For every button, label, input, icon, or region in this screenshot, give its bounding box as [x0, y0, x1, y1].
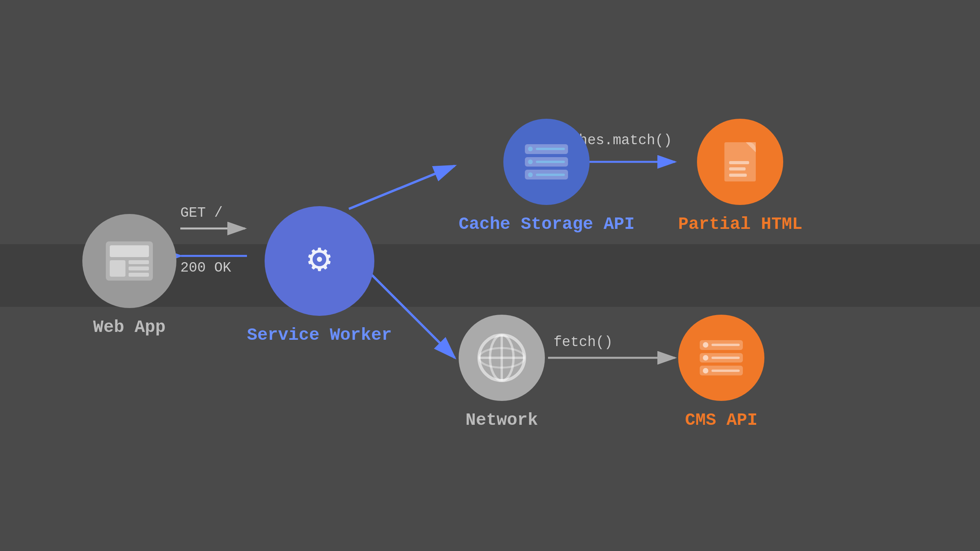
db-line-3: [536, 174, 565, 176]
service-worker-node: ⚙ Service Worker: [247, 206, 392, 345]
cms-db-icon: [700, 340, 743, 375]
db-row-3: [525, 170, 568, 179]
diagram: GET / 200 OK caches.match() fetch(): [59, 60, 921, 491]
partial-html-label: Partial HTML: [678, 214, 802, 234]
fetch-label: fetch(): [554, 334, 613, 350]
webapp-icon: [106, 241, 153, 281]
cms-api-label: CMS API: [685, 410, 758, 430]
cms-db-row-1: [700, 340, 743, 350]
gear-icon: ⚙: [308, 241, 331, 281]
cms-dot-2: [703, 355, 708, 361]
cms-dot-1: [703, 342, 708, 348]
cms-db-line-3: [711, 370, 740, 372]
webapp-line-2: [129, 266, 149, 270]
webapp-line-3: [129, 273, 149, 277]
diagram-container: GET / 200 OK caches.match() fetch(): [0, 0, 980, 551]
db-dot-1: [528, 147, 533, 151]
db-dot-2: [528, 160, 533, 164]
cms-db-row-2: [700, 353, 743, 363]
cache-storage-node: Cache Storage API: [459, 119, 635, 234]
web-app-node: Web App: [82, 214, 176, 337]
get-label: GET /: [180, 205, 223, 221]
webapp-top-bar: [110, 245, 149, 257]
web-app-label: Web App: [93, 317, 166, 337]
db-line-1: [536, 148, 565, 150]
network-label: Network: [466, 410, 538, 430]
db-icon: [525, 144, 568, 179]
ok-label: 200 OK: [180, 260, 231, 276]
sw-label: Service Worker: [247, 325, 392, 345]
cms-dot-3: [703, 368, 708, 373]
db-line-2: [536, 161, 565, 163]
db-row-2: [525, 157, 568, 167]
doc-icon: [724, 142, 756, 181]
partial-html-node: Partial HTML: [678, 119, 802, 234]
cms-db-line-1: [711, 344, 740, 346]
doc-line-2: [729, 167, 746, 170]
webapp-line-1: [129, 260, 149, 264]
globe-icon: [476, 332, 527, 383]
partial-html-circle: [697, 119, 783, 205]
web-app-circle: [82, 214, 176, 308]
webapp-bottom-row: [110, 260, 149, 277]
doc-line-3: [729, 174, 747, 177]
cms-api-circle: [678, 315, 764, 401]
cache-circle: [503, 119, 590, 205]
sw-cache-arrow: [349, 166, 455, 209]
cms-db-line-2: [711, 357, 740, 359]
cms-db-row-3: [700, 366, 743, 375]
db-dot-3: [528, 172, 533, 177]
cms-api-node: CMS API: [678, 315, 764, 430]
webapp-left-col: [110, 260, 125, 277]
db-row-1: [525, 144, 568, 154]
sw-circle: ⚙: [265, 206, 374, 316]
cache-storage-label: Cache Storage API: [459, 214, 635, 234]
webapp-right-col: [129, 260, 149, 277]
network-node: Network: [459, 315, 545, 430]
network-circle: [459, 315, 545, 401]
doc-line-1: [729, 161, 749, 164]
